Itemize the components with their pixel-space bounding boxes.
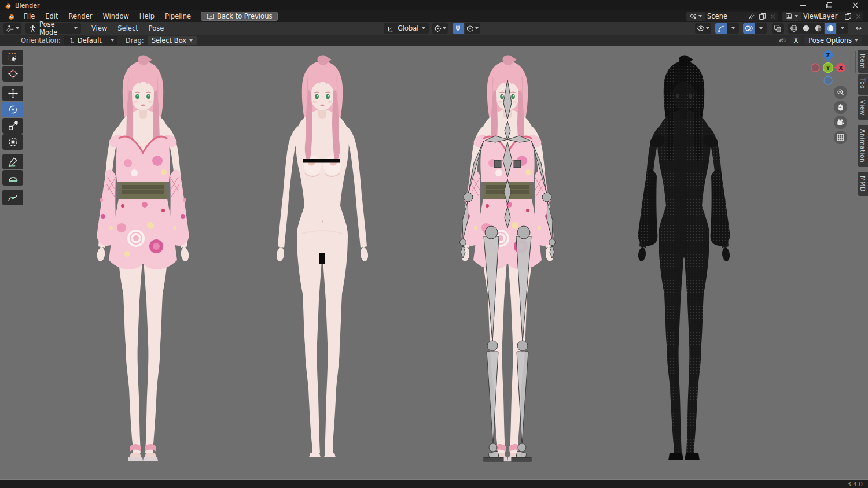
snap-toggle-button[interactable] bbox=[453, 23, 464, 34]
rendered-sphere-icon bbox=[826, 24, 834, 32]
3d-viewport[interactable]: Z X Y : ItemToolViewAnimationMMD bbox=[0, 46, 868, 480]
gizmos-settings-button[interactable] bbox=[727, 23, 739, 34]
hand-icon bbox=[836, 103, 845, 112]
viewport-header: Pose Mode View Select Pose Global bbox=[0, 22, 868, 35]
gizmo-axis-z-negative[interactable] bbox=[824, 76, 832, 84]
scene-unlink-button[interactable] bbox=[768, 13, 778, 20]
shading-wireframe-button[interactable] bbox=[788, 23, 800, 34]
menu-help[interactable]: Help bbox=[134, 12, 160, 21]
viewlayer-name-field[interactable]: ViewLayer bbox=[801, 12, 843, 20]
orientation-label: Orientation: bbox=[21, 36, 61, 45]
show-overlays-toggle[interactable] bbox=[743, 23, 755, 34]
scene-new-button[interactable] bbox=[757, 13, 768, 20]
sidebar-tab-tool[interactable]: Tool bbox=[858, 74, 868, 95]
x-icon bbox=[770, 13, 776, 20]
model-wireframe[interactable] bbox=[623, 54, 745, 471]
model-armature[interactable] bbox=[447, 54, 568, 471]
sidebar-tab-view[interactable]: View bbox=[858, 96, 868, 120]
model-clothed[interactable] bbox=[82, 54, 204, 471]
move-icon bbox=[8, 88, 19, 99]
show-object-types-button[interactable] bbox=[695, 23, 711, 34]
shading-rendered-button[interactable] bbox=[825, 23, 836, 34]
overlays-icon bbox=[745, 24, 753, 32]
xray-toggle[interactable] bbox=[772, 23, 784, 34]
pose-options-dropdown[interactable]: Pose Options bbox=[804, 36, 862, 45]
chevron-down-icon bbox=[422, 27, 425, 29]
solid-sphere-icon bbox=[802, 24, 810, 32]
editor-type-button[interactable] bbox=[3, 23, 21, 34]
tool-cursor[interactable] bbox=[2, 66, 23, 82]
menu-file[interactable]: File bbox=[19, 12, 40, 21]
orientation-dropdown[interactable]: Default bbox=[64, 36, 117, 45]
scene-name-field[interactable]: Scene bbox=[705, 12, 746, 20]
sidebar-tab-item[interactable]: Item bbox=[858, 50, 868, 73]
region-scrollbar[interactable] bbox=[855, 51, 856, 73]
gizmo-axis-x-negative[interactable] bbox=[811, 64, 819, 72]
pose-mode-icon bbox=[29, 25, 36, 32]
sidebar-tab-mmd[interactable]: MMD bbox=[858, 172, 868, 196]
tool-rotate[interactable] bbox=[2, 102, 23, 117]
menu-window[interactable]: Window bbox=[97, 12, 134, 21]
tool-annotate[interactable] bbox=[2, 154, 23, 169]
menu-view[interactable]: View bbox=[87, 24, 112, 33]
drag-mode-dropdown[interactable]: Select Box bbox=[148, 36, 197, 45]
shading-settings-button[interactable] bbox=[837, 23, 848, 34]
overlays-settings-button[interactable] bbox=[755, 23, 767, 34]
tool-select-box[interactable] bbox=[2, 50, 23, 65]
menu-pipeline[interactable]: Pipeline bbox=[160, 12, 196, 21]
maximize-button[interactable] bbox=[816, 0, 842, 10]
scene-pin-button[interactable] bbox=[746, 13, 757, 20]
tool-transform[interactable] bbox=[2, 134, 23, 150]
model-body-censored[interactable] bbox=[262, 54, 383, 471]
tool-move[interactable] bbox=[2, 86, 23, 101]
zoom-button[interactable] bbox=[834, 86, 847, 99]
rotate-icon bbox=[8, 104, 19, 115]
blender-menu-button[interactable] bbox=[3, 12, 19, 20]
transform-orientation-selector[interactable]: Global bbox=[384, 23, 429, 34]
scene-icon bbox=[689, 13, 697, 20]
viewlayer-remove-button[interactable] bbox=[854, 13, 863, 20]
orthographic-toggle-button[interactable] bbox=[834, 131, 847, 144]
tool-scale[interactable] bbox=[2, 118, 23, 134]
pin-icon bbox=[748, 13, 755, 20]
close-button[interactable] bbox=[842, 0, 868, 10]
viewlayer-new-button[interactable] bbox=[843, 13, 854, 20]
gizmo-axis-y-positive[interactable]: Y bbox=[823, 63, 833, 73]
menu-edit[interactable]: Edit bbox=[40, 12, 63, 21]
sidebar-collapse-handle[interactable]: : bbox=[850, 50, 852, 53]
viewport-nav-buttons bbox=[834, 86, 847, 144]
xray-icon bbox=[774, 24, 782, 32]
viewlayer-browse-button[interactable] bbox=[782, 12, 801, 21]
statusbar: 3.4.0 bbox=[0, 480, 868, 488]
mirror-x-toggle[interactable]: X bbox=[790, 36, 801, 45]
snap-settings-button[interactable] bbox=[465, 23, 480, 34]
camera-view-button[interactable] bbox=[834, 116, 847, 129]
menu-render[interactable]: Render bbox=[64, 12, 98, 21]
pivot-icon bbox=[434, 25, 442, 32]
tool-measure[interactable] bbox=[2, 170, 23, 186]
pivot-point-button[interactable] bbox=[432, 23, 448, 34]
chevron-down-icon bbox=[698, 15, 702, 17]
maximize-icon bbox=[826, 2, 833, 9]
gizmo-axis-z-positive[interactable]: Z bbox=[823, 50, 833, 60]
mode-label: Pose Mode bbox=[39, 20, 71, 36]
scene-browse-button[interactable] bbox=[686, 12, 705, 21]
menu-select[interactable]: Select bbox=[113, 24, 142, 33]
back-to-previous-button[interactable]: Back to Previous bbox=[201, 12, 278, 21]
shading-solid-button[interactable] bbox=[800, 23, 812, 34]
shading-material-preview-button[interactable] bbox=[812, 23, 824, 34]
menu-pose[interactable]: Pose bbox=[144, 24, 169, 33]
sidebar-tab-animation[interactable]: Animation bbox=[858, 125, 868, 167]
gizmo-axis-x-positive[interactable]: X bbox=[836, 63, 845, 72]
minimize-button[interactable] bbox=[790, 0, 816, 10]
chevron-down-icon bbox=[74, 27, 78, 29]
tool-pose-breakdowner[interactable] bbox=[2, 190, 23, 205]
show-gizmos-toggle[interactable] bbox=[715, 23, 727, 34]
header-overflow-button[interactable] bbox=[853, 23, 865, 34]
chevron-down-icon bbox=[731, 27, 735, 29]
drag-value: Select Box bbox=[152, 36, 187, 45]
orientation-global-icon bbox=[387, 25, 395, 32]
zoom-icon bbox=[836, 88, 845, 97]
mode-selector[interactable]: Pose Mode bbox=[25, 23, 81, 34]
pan-button[interactable] bbox=[834, 101, 847, 114]
